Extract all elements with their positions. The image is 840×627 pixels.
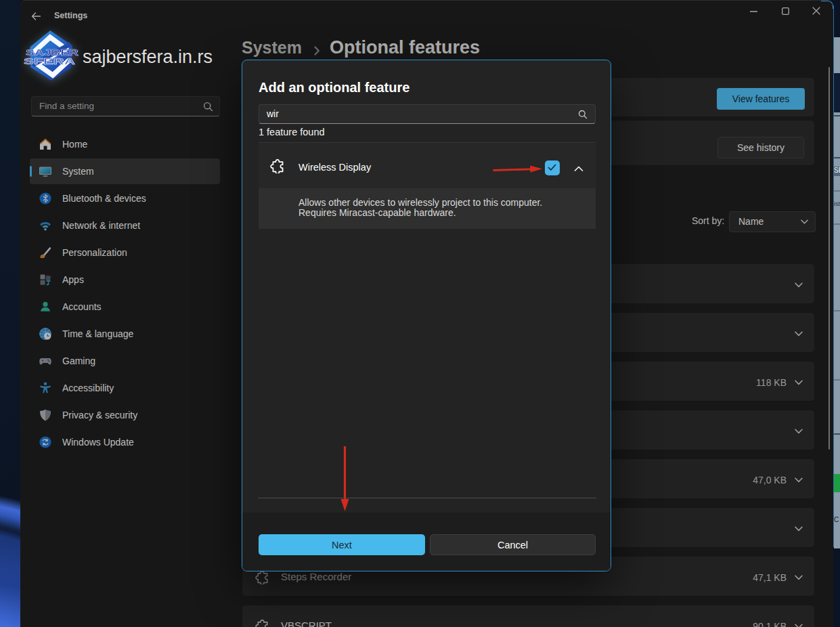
svg-text:SFERA: SFERA bbox=[24, 57, 76, 66]
svg-text:SAJBER: SAJBER bbox=[26, 48, 79, 58]
